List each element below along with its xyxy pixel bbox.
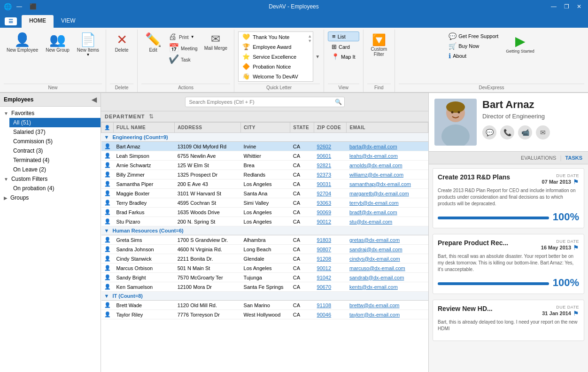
row-email-cell[interactable]: sandrab@dx-email.com: [347, 273, 428, 282]
zip-link[interactable]: 91042: [317, 275, 332, 280]
row-email-cell[interactable]: terryb@dx-email.com: [347, 198, 428, 208]
row-zip-cell[interactable]: 90046: [314, 310, 347, 319]
ql-probation-notice[interactable]: 🔶 Probation Notice: [239, 62, 313, 71]
table-row[interactable]: 👤 Arnie Schwartz 125 W Elm St Brea CA 92…: [101, 161, 428, 170]
zip-link[interactable]: 93063: [317, 200, 332, 206]
row-zip-cell[interactable]: 90069: [314, 208, 347, 217]
row-zip-cell[interactable]: 93063: [314, 198, 347, 208]
table-row[interactable]: 👤 Brad Farkus 1635 Woods Drive Los Angel…: [101, 208, 428, 217]
ql-service-excellence[interactable]: ⭐ Service Excellence: [239, 52, 313, 62]
row-zip-cell[interactable]: 92704: [314, 189, 347, 198]
row-zip-cell[interactable]: 90601: [314, 151, 347, 161]
email-link[interactable]: taylorr@dx-email.com: [349, 312, 400, 318]
email-link[interactable]: marcuso@dx-email.com: [349, 265, 405, 271]
col-header-state[interactable]: STATE: [290, 123, 314, 133]
col-header-fullname[interactable]: FULL NAME: [114, 123, 175, 133]
profile-action-video[interactable]: 📹: [518, 125, 532, 140]
email-link[interactable]: margaretb@dx-email.com: [349, 191, 409, 196]
row-email-cell[interactable]: gretas@dx-email.com: [347, 235, 428, 245]
sort-icon[interactable]: ⇅: [149, 113, 154, 120]
task-button[interactable]: ✔️ Task: [167, 54, 200, 64]
sidebar-collapse-btn[interactable]: ◀: [92, 96, 97, 103]
zip-link[interactable]: 90012: [317, 219, 332, 225]
row-zip-cell[interactable]: 91803: [314, 235, 347, 245]
tab-evaluations[interactable]: EVALUATIONS: [521, 155, 556, 161]
row-zip-cell[interactable]: 92373: [314, 170, 347, 179]
row-email-cell[interactable]: taylorr@dx-email.com: [347, 310, 428, 319]
table-row[interactable]: 👤 Marcus Orbison 501 N Main St Los Angel…: [101, 264, 428, 273]
row-email-cell[interactable]: cindys@dx-email.com: [347, 254, 428, 264]
row-email-cell[interactable]: barta@dx-email.com: [347, 142, 428, 151]
meeting-button[interactable]: 📅 Meeting: [167, 43, 200, 53]
new-items-button[interactable]: 📄 New Items ▼: [74, 31, 102, 59]
minimize-btn[interactable]: —: [548, 2, 559, 11]
ql-welcome[interactable]: 👋 Welcome To DevAV: [239, 71, 313, 81]
custom-filter-button[interactable]: 🔽 Custom Filter: [367, 31, 391, 59]
col-header-email[interactable]: EMAIL: [347, 123, 428, 133]
row-zip-cell[interactable]: 90031: [314, 179, 347, 189]
zip-link[interactable]: 90807: [317, 247, 332, 252]
row-email-cell[interactable]: arnolds@dx-email.com: [347, 161, 428, 170]
email-link[interactable]: leahs@dx-email.com: [349, 153, 398, 159]
zip-link[interactable]: 91108: [317, 302, 332, 308]
email-link[interactable]: kents@dx-email.com: [349, 284, 398, 290]
delete-button[interactable]: ✕ Delete: [110, 31, 133, 54]
table-row[interactable]: 👤 Sandra Johnson 4600 N Virginia Rd. Lon…: [101, 245, 428, 254]
table-row[interactable]: 👤 Brett Wade 1120 Old Mill Rd. San Marin…: [101, 301, 428, 310]
app-button-inner[interactable]: ☰: [5, 17, 17, 25]
table-row[interactable]: 👤 Maggie Boxter 3101 W Harvard St Santa …: [101, 189, 428, 198]
email-link[interactable]: brettw@dx-email.com: [349, 302, 400, 308]
sidebar-item-contract[interactable]: Contract (3): [9, 146, 101, 155]
sidebar-item-onleave[interactable]: On Leave (2): [9, 165, 101, 174]
zip-link[interactable]: 92373: [317, 172, 332, 178]
ql-scroll-down[interactable]: ▼: [308, 39, 312, 43]
new-employee-button[interactable]: 👤 New Employee: [4, 31, 41, 54]
sidebar-item-salaried[interactable]: Salaried (37): [9, 127, 101, 137]
ql-dropdown-btn[interactable]: ▼: [315, 54, 320, 59]
zip-link[interactable]: 90046: [317, 312, 332, 318]
dept-header-cell[interactable]: ▼ IT (Count=8): [101, 292, 428, 301]
email-link[interactable]: barta@dx-email.com: [349, 144, 397, 149]
ql-thank-you-note[interactable]: 💛 Thank You Note: [239, 32, 313, 42]
row-email-cell[interactable]: bradf@dx-email.com: [347, 208, 428, 217]
col-header-address[interactable]: ADDRESS: [175, 123, 241, 133]
zip-link[interactable]: 91803: [317, 237, 332, 243]
table-row[interactable]: 👤 Billy Zimmer 1325 Prospect Dr Redlands…: [101, 170, 428, 179]
table-row[interactable]: 👤 Greta Sims 1700 S Grandview Dr. Alhamb…: [101, 235, 428, 245]
table-row[interactable]: 👤 Leah Simpson 6755 Newlin Ave Whittier …: [101, 151, 428, 161]
row-zip-cell[interactable]: 91208: [314, 254, 347, 264]
zip-link[interactable]: 90670: [317, 284, 332, 290]
profile-action-chat[interactable]: 💬: [482, 125, 496, 140]
sidebar-item-commission[interactable]: Commission (5): [9, 137, 101, 146]
row-zip-cell[interactable]: 92602: [314, 142, 347, 151]
restore-btn[interactable]: ❐: [561, 2, 572, 11]
tab-view[interactable]: VIEW: [54, 15, 83, 28]
tab-home[interactable]: HOME: [22, 15, 54, 28]
view-map-button[interactable]: 📍 Map It: [328, 52, 359, 61]
ql-scroll-up[interactable]: ▲: [308, 34, 312, 39]
table-row[interactable]: 👤 Bart Arnaz 13109 Old Myford Rd Irvine …: [101, 142, 428, 151]
row-zip-cell[interactable]: 92821: [314, 161, 347, 170]
view-list-button[interactable]: ≡ List: [328, 31, 359, 41]
title-bar-minimize[interactable]: —: [14, 2, 25, 11]
profile-action-phone[interactable]: 📞: [500, 125, 514, 140]
zip-link[interactable]: 91208: [317, 256, 332, 262]
sidebar-item-terminated[interactable]: Terminated (4): [9, 155, 101, 165]
sidebar-item-on-probation[interactable]: On probation (4): [9, 184, 101, 193]
zip-link[interactable]: 90031: [317, 181, 332, 187]
title-bar-restore[interactable]: ⬛: [27, 2, 39, 11]
row-zip-cell[interactable]: 91108: [314, 301, 347, 310]
email-link[interactable]: williamz@dx-email.com: [349, 172, 403, 178]
sidebar-favorites-header[interactable]: ▼ Favorites: [0, 108, 101, 118]
getting-started-button[interactable]: ▶ Getting Started: [503, 31, 537, 55]
sidebar-custom-filters-header[interactable]: ▼ Custom Filters: [0, 174, 101, 184]
table-row[interactable]: 👤 Samantha Piper 200 E Ave 43 Los Angele…: [101, 179, 428, 189]
mail-merge-button[interactable]: ✉ Mail Merge: [201, 31, 230, 53]
email-link[interactable]: stu@dx-email.com: [349, 219, 392, 225]
about-button[interactable]: ℹ About: [446, 51, 501, 61]
close-btn[interactable]: ✕: [574, 2, 584, 11]
row-email-cell[interactable]: stu@dx-email.com: [347, 217, 428, 226]
email-link[interactable]: terryb@dx-email.com: [349, 200, 399, 206]
row-email-cell[interactable]: sandraj@dx-email.com: [347, 245, 428, 254]
table-row[interactable]: 👤 Cindy Stanwick 2211 Bonita Dr. Glendal…: [101, 254, 428, 264]
